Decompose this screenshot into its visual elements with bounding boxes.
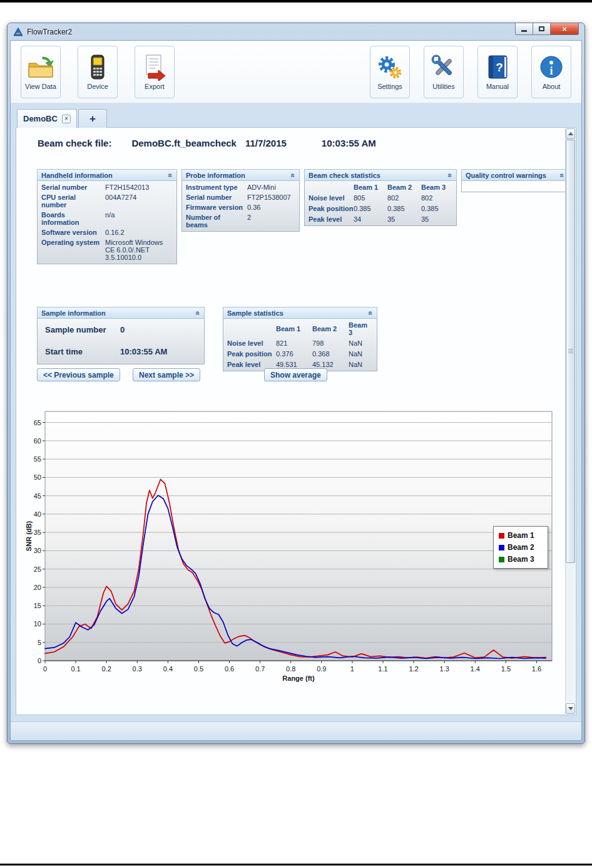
- svg-text:Range (ft): Range (ft): [282, 674, 315, 682]
- tab-demobc[interactable]: DemoBC ×: [17, 109, 77, 128]
- sample-info-panel-body: Sample number 0 Start time 10:03:55 AM: [37, 319, 205, 364]
- window-title: FlowTracker2: [27, 28, 72, 36]
- device-button[interactable]: Device: [78, 46, 118, 98]
- arrow-up-icon: [568, 132, 573, 135]
- beamcheck-page: Beam check file: DemoBC.ft_beamcheck 11/…: [16, 127, 576, 715]
- previous-sample-button[interactable]: << Previous sample: [37, 368, 120, 381]
- stats-row-label: Peak position: [227, 350, 276, 358]
- stats-value: 45.132: [312, 361, 349, 368]
- info-value: n/a: [105, 211, 173, 226]
- legend-label: Beam 3: [508, 555, 534, 564]
- svg-text:55: 55: [34, 455, 41, 463]
- maximize-icon: [539, 26, 544, 31]
- info-label: Serial number: [41, 183, 101, 191]
- stats-value: NaN: [349, 361, 373, 368]
- beam-stats-panel-title: Beam check statistics: [309, 172, 380, 179]
- tab-demobc-label: DemoBC: [23, 114, 58, 123]
- stats-col-header: Beam 1: [354, 183, 387, 191]
- svg-text:5: 5: [38, 639, 41, 646]
- handheld-panel-body: Serial numberFT2H1542013 CPU serial numb…: [37, 181, 177, 264]
- svg-text:0.1: 0.1: [71, 665, 80, 673]
- plus-icon: +: [89, 113, 96, 125]
- stats-col-header: Beam 3: [421, 183, 452, 191]
- manual-label: Manual: [486, 83, 509, 90]
- beam-stats-panel-body: Beam 1 Beam 2 Beam 3 Noise level 805 802…: [304, 181, 457, 226]
- collapse-chevron-icon[interactable]: «: [447, 173, 454, 177]
- beam2-swatch-icon: [499, 545, 504, 550]
- maximize-button[interactable]: [533, 23, 551, 35]
- collapse-chevron-icon[interactable]: «: [168, 173, 174, 177]
- probe-panel-header[interactable]: Probe information «: [181, 169, 300, 181]
- vertical-scrollbar[interactable]: [565, 128, 575, 714]
- stats-value: NaN: [349, 350, 373, 358]
- collapse-chevron-icon[interactable]: «: [195, 311, 202, 315]
- scroll-down-button[interactable]: [566, 703, 575, 714]
- sample-number-label: Sample number: [45, 325, 120, 334]
- svg-text:65: 65: [34, 419, 41, 426]
- next-sample-button[interactable]: Next sample >>: [133, 368, 200, 381]
- info-label: Number of beams: [186, 214, 243, 229]
- minimize-icon: [521, 30, 527, 32]
- view-data-folder-icon: [27, 53, 54, 81]
- svg-text:1.4: 1.4: [471, 665, 480, 673]
- info-value: 004A7274: [105, 194, 173, 209]
- collapse-chevron-icon[interactable]: «: [368, 311, 374, 315]
- stats-value: 0.385: [387, 205, 421, 212]
- svg-text:45: 45: [34, 492, 41, 500]
- quality-control-warnings-panel: Quality control warnings «: [461, 169, 569, 192]
- handheld-panel-header[interactable]: Handheld information «: [37, 169, 177, 181]
- scroll-up-button[interactable]: [566, 128, 575, 139]
- stats-value: 0.368: [312, 350, 349, 358]
- legend-item-beam3: Beam 3: [499, 555, 543, 564]
- utilities-label: Utilities: [432, 83, 454, 90]
- info-label: Boards information: [41, 211, 101, 226]
- sample-stats-panel-header[interactable]: Sample statistics «: [223, 307, 377, 319]
- sample-info-panel-header[interactable]: Sample information «: [37, 307, 205, 319]
- export-button[interactable]: Export: [135, 46, 175, 98]
- toolbar-left-group: View Data Device: [21, 46, 175, 98]
- info-value: Microsoft Windows CE 6.0.0/.NET 3.5.1001…: [105, 239, 173, 261]
- svg-text:1.1: 1.1: [378, 665, 387, 673]
- stats-row-label: Noise level: [227, 339, 276, 347]
- svg-text:1.3: 1.3: [440, 665, 449, 673]
- svg-text:15: 15: [34, 602, 41, 609]
- file-header-label: Beam check file:: [38, 138, 111, 148]
- svg-text:SNR (dB): SNR (dB): [25, 521, 33, 552]
- view-data-button[interactable]: View Data: [21, 46, 61, 98]
- stats-col-header: Beam 3: [349, 321, 373, 336]
- svg-text:1: 1: [350, 665, 354, 673]
- stats-col-header: Beam 1: [276, 325, 312, 333]
- stats-col-header: Beam 2: [312, 325, 349, 333]
- export-arrow-icon: [141, 53, 168, 81]
- title-bar[interactable]: FlowTracker2 ×: [8, 23, 584, 40]
- new-tab-button[interactable]: +: [78, 109, 107, 128]
- utilities-button[interactable]: Utilities: [424, 46, 464, 98]
- beam-check-statistics-panel: Beam check statistics « Beam 1 Beam 2 Be…: [304, 169, 457, 226]
- info-value: FT2H1542013: [105, 183, 173, 191]
- info-value: ADV-Mini: [247, 183, 295, 191]
- view-data-label: View Data: [25, 83, 56, 90]
- legend-item-beam1: Beam 1: [499, 531, 543, 540]
- show-average-button[interactable]: Show average: [264, 368, 327, 381]
- beam-stats-panel-header[interactable]: Beam check statistics «: [304, 169, 457, 181]
- stats-value: 798: [312, 339, 349, 347]
- svg-text:20: 20: [34, 584, 41, 591]
- tab-close-icon[interactable]: ×: [62, 115, 71, 123]
- manual-button[interactable]: ? Manual: [477, 46, 518, 98]
- svg-text:40: 40: [34, 510, 41, 518]
- file-time: 10:03:55 AM: [322, 138, 376, 148]
- tab-strip: DemoBC × +: [16, 107, 576, 127]
- close-button[interactable]: ×: [551, 23, 579, 35]
- stats-value: 35: [387, 215, 421, 223]
- settings-button[interactable]: Settings: [370, 46, 410, 98]
- quality-panel-header[interactable]: Quality control warnings «: [461, 169, 569, 181]
- stats-value: 35: [421, 215, 452, 223]
- snr-chart: 0510152025303540455055606500.10.20.30.40…: [24, 407, 562, 684]
- about-button[interactable]: i About: [531, 46, 571, 98]
- collapse-chevron-icon[interactable]: «: [290, 173, 297, 177]
- svg-text:0.2: 0.2: [102, 665, 111, 673]
- minimize-button[interactable]: [515, 23, 533, 35]
- probe-panel-title: Probe information: [186, 172, 245, 179]
- scrollbar-thumb[interactable]: [566, 140, 575, 563]
- file-date: 11/7/2015: [245, 138, 287, 148]
